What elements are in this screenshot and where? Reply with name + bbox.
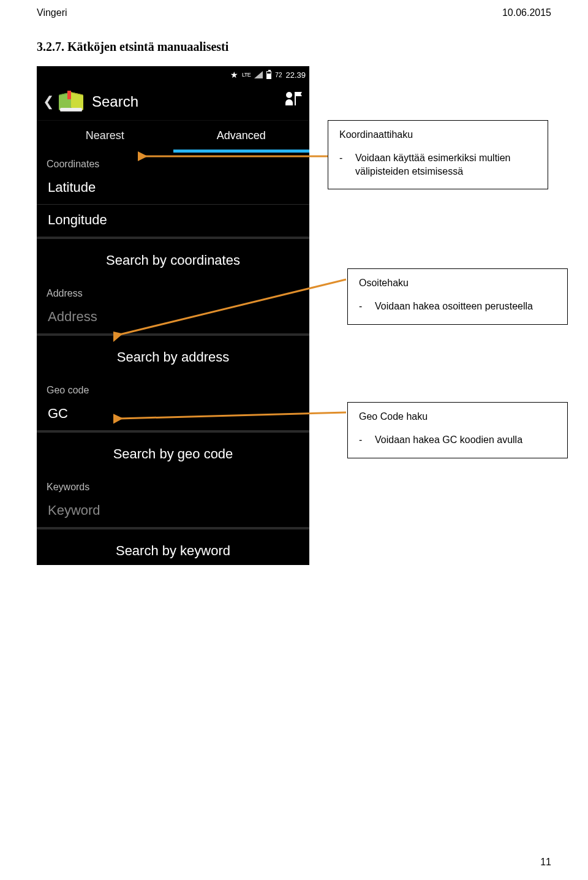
input-geocode[interactable]: GC	[37, 398, 309, 430]
callout-body: Voidaan hakea GC koodien avulla	[375, 433, 556, 447]
section-heading: 3.2.7. Kätköjen etsintä manuaalisesti	[0, 18, 588, 66]
callout-osoitehaku: Osoitehaku Voidaan hakea osoitteen perus…	[347, 268, 568, 325]
label-coordinates: Coordinates	[37, 153, 309, 172]
callouts-area: Koordinaattihaku Voidaan käyttää esimerk…	[309, 66, 557, 565]
battery-icon	[266, 71, 271, 79]
app-logo-icon	[59, 89, 83, 114]
tab-nearest[interactable]: Nearest	[37, 121, 173, 153]
callout-body: Voidaan hakea osoitteen perusteella	[375, 300, 556, 313]
callout-title: Koordinaattihaku	[339, 129, 537, 140]
star-icon: ★	[230, 70, 238, 80]
button-search-address[interactable]: Search by address	[37, 336, 309, 379]
header-right: 10.06.2015	[502, 7, 551, 18]
button-search-coordinates[interactable]: Search by coordinates	[37, 239, 309, 282]
page-header: Vingeri 10.06.2015	[0, 0, 588, 18]
battery-percent: 72	[275, 72, 282, 78]
button-search-keyword[interactable]: Search by keyword	[37, 529, 309, 565]
input-address[interactable]: Address	[37, 302, 309, 333]
button-search-geocode[interactable]: Search by geo code	[37, 433, 309, 476]
callout-koordinaattihaku: Koordinaattihaku Voidaan käyttää esimerk…	[328, 120, 548, 189]
input-latitude[interactable]: Latitude	[37, 172, 309, 204]
label-address: Address	[37, 282, 309, 302]
input-longitude[interactable]: Longitude	[37, 205, 309, 237]
callout-body: Voidaan käyttää esimerkiksi multien väli…	[355, 151, 537, 178]
app-title: Search	[92, 93, 138, 110]
phone-screenshot: ★ LTE 72 22.39 ❮ Search Nearest Advanced…	[37, 66, 309, 565]
clock: 22.39	[285, 70, 306, 80]
header-left: Vingeri	[37, 7, 67, 18]
back-icon[interactable]: ❮	[43, 94, 54, 110]
signal-icon	[254, 71, 263, 78]
tabs: Nearest Advanced	[37, 120, 309, 153]
callout-geocode: Geo Code haku Voidaan hakea GC koodien a…	[347, 402, 568, 458]
callout-title: Geo Code haku	[359, 411, 556, 422]
label-geocode: Geo code	[37, 379, 309, 398]
user-flag-icon[interactable]	[284, 92, 302, 110]
tab-advanced[interactable]: Advanced	[173, 121, 310, 153]
lte-label: LTE	[242, 72, 251, 78]
app-header: ❮ Search	[37, 83, 309, 120]
status-bar: ★ LTE 72 22.39	[37, 66, 309, 83]
input-keyword[interactable]: Keyword	[37, 495, 309, 527]
label-keywords: Keywords	[37, 476, 309, 495]
page-number: 11	[540, 857, 551, 868]
callout-title: Osoitehaku	[359, 278, 556, 289]
